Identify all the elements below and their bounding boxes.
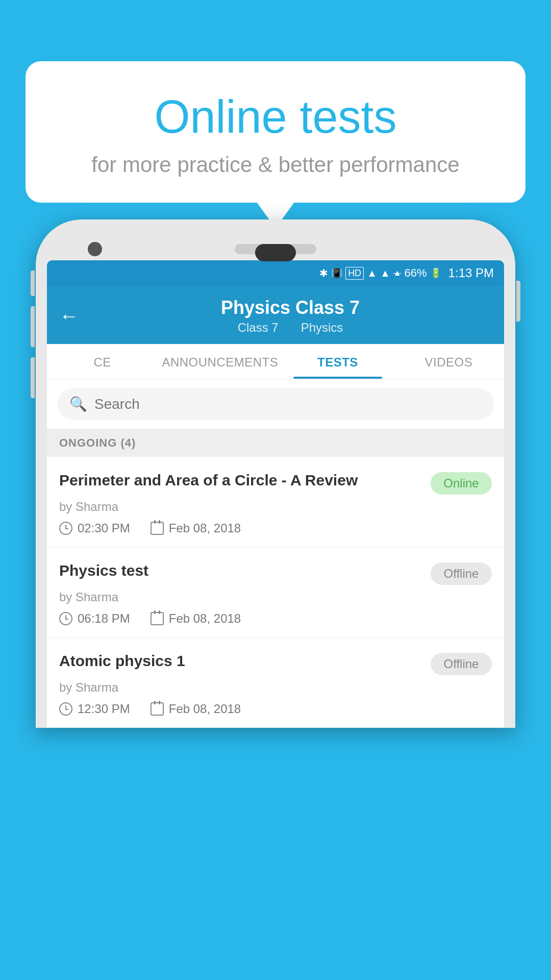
test-date: Feb 08, 2018: [151, 702, 241, 716]
page-title: Physics Class 7: [89, 297, 492, 318]
breadcrumb-class: Class 7: [238, 321, 279, 334]
volume-down-button: [31, 357, 35, 398]
test-item[interactable]: Physics test Offline by Sharma 06:18 PM …: [47, 547, 504, 638]
test-date: Feb 08, 2018: [151, 521, 241, 535]
app-header: ← Physics Class 7 Class 7 Physics: [47, 286, 504, 344]
volume-up-button: [31, 306, 35, 347]
clock-icon: [59, 702, 72, 716]
vibrate-icon: 📳: [331, 267, 342, 279]
battery-icon: 🔋: [430, 267, 441, 279]
back-button[interactable]: ←: [59, 305, 79, 327]
tab-videos[interactable]: VIDEOS: [393, 344, 504, 379]
phone-screen: ✱ 📳 HD ▲ ▲ ▲ 66% 🔋 1:13 PM ←: [47, 260, 504, 728]
calendar-icon: [151, 522, 164, 535]
search-input-wrapper[interactable]: 🔍: [57, 388, 494, 420]
bluetooth-icon: ✱: [319, 267, 328, 279]
speech-bubble: Online tests for more practice & better …: [26, 61, 525, 203]
test-item-header: Physics test Offline: [59, 560, 492, 585]
ongoing-section-header: ONGOING (4): [47, 429, 504, 457]
test-date: Feb 08, 2018: [151, 611, 241, 626]
tab-tests[interactable]: TESTS: [282, 344, 393, 379]
phone-mockup: ✱ 📳 HD ▲ ▲ ▲ 66% 🔋 1:13 PM ←: [36, 219, 515, 980]
test-title: Atomic physics 1: [59, 651, 420, 671]
status-badge: Online: [431, 472, 492, 495]
test-author: by Sharma: [59, 500, 492, 514]
status-bar: ✱ 📳 HD ▲ ▲ ▲ 66% 🔋 1:13 PM: [47, 260, 504, 286]
test-item[interactable]: Atomic physics 1 Offline by Sharma 12:30…: [47, 638, 504, 728]
promo-section: Online tests for more practice & better …: [26, 61, 525, 203]
no-sim-icon: ▲: [393, 268, 402, 278]
mute-button: [31, 271, 35, 296]
status-icons: ✱ 📳 HD ▲ ▲ ▲ 66% 🔋: [319, 266, 441, 280]
test-time: 06:18 PM: [59, 611, 130, 626]
fingerprint-sensor: [255, 244, 296, 261]
hd-badge: HD: [345, 267, 364, 280]
test-author: by Sharma: [59, 590, 492, 604]
bubble-title: Online tests: [61, 92, 490, 142]
signal-icon: ▲: [380, 267, 390, 279]
battery-percentage: 66%: [405, 266, 427, 280]
status-badge: Offline: [431, 653, 492, 675]
wifi-icon: ▲: [367, 267, 377, 279]
test-title: Physics test: [59, 560, 420, 580]
test-item-header: Perimeter and Area of a Circle - A Revie…: [59, 470, 492, 495]
test-meta: 06:18 PM Feb 08, 2018: [59, 611, 492, 626]
status-badge: Offline: [431, 562, 492, 585]
tab-announcements[interactable]: ANNOUNCEMENTS: [158, 344, 282, 379]
front-camera: [88, 242, 102, 256]
clock-icon: [59, 522, 72, 535]
test-meta: 12:30 PM Feb 08, 2018: [59, 702, 492, 716]
phone-outer: ✱ 📳 HD ▲ ▲ ▲ 66% 🔋 1:13 PM ←: [36, 219, 515, 728]
test-time: 12:30 PM: [59, 702, 130, 716]
status-time: 1:13 PM: [448, 266, 494, 280]
breadcrumb-separator: [288, 321, 294, 334]
test-meta: 02:30 PM Feb 08, 2018: [59, 521, 492, 535]
test-item-header: Atomic physics 1 Offline: [59, 651, 492, 675]
test-author: by Sharma: [59, 680, 492, 695]
search-input[interactable]: [94, 396, 482, 412]
test-item[interactable]: Perimeter and Area of a Circle - A Revie…: [47, 457, 504, 547]
search-icon: 🔍: [69, 396, 87, 412]
tab-ce[interactable]: CE: [47, 344, 158, 379]
header-title-block: Physics Class 7 Class 7 Physics: [89, 297, 492, 335]
test-time: 02:30 PM: [59, 521, 130, 535]
breadcrumb-subject: Physics: [301, 321, 343, 334]
phone-top-bar: [47, 235, 504, 260]
search-container: 🔍: [47, 379, 504, 429]
power-button: [516, 281, 520, 322]
calendar-icon: [151, 612, 164, 625]
calendar-icon: [151, 702, 164, 716]
tabs-bar: CE ANNOUNCEMENTS TESTS VIDEOS: [47, 344, 504, 379]
clock-icon: [59, 612, 72, 625]
breadcrumb: Class 7 Physics: [89, 321, 492, 335]
bubble-subtitle: for more practice & better performance: [61, 153, 490, 177]
test-title: Perimeter and Area of a Circle - A Revie…: [59, 470, 420, 490]
